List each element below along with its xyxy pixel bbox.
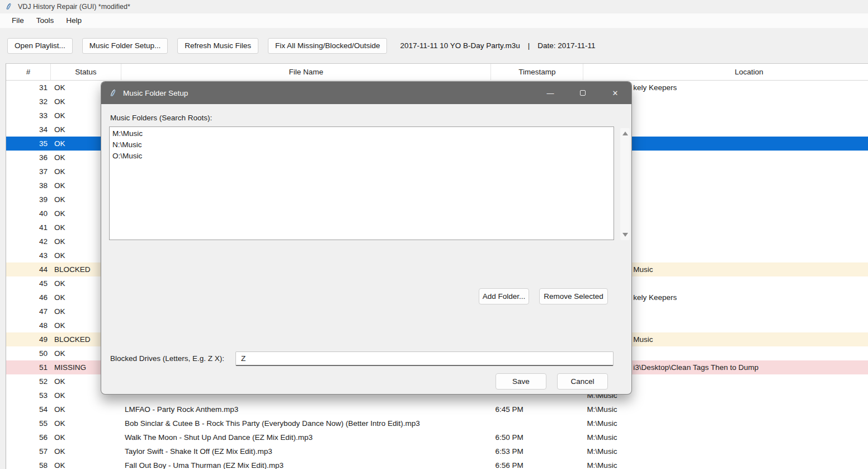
row-number: 41	[6, 221, 51, 234]
table-row[interactable]: 57OKTaylor Swift - Shake It Off (EZ Mix …	[6, 444, 868, 458]
row-status: OK	[51, 458, 121, 469]
row-number: 48	[6, 318, 51, 332]
menu-item-help[interactable]: Help	[60, 13, 88, 28]
remove-selected-button[interactable]: Remove Selected	[539, 288, 608, 304]
save-button[interactable]: Save	[496, 373, 546, 390]
scroll-down-icon[interactable]	[622, 233, 628, 237]
table-header: #StatusFile NameTimestampLocation	[6, 64, 868, 81]
row-number: 44	[6, 262, 51, 276]
column-header-2[interactable]: File Name	[121, 64, 492, 80]
minimize-icon: —	[547, 89, 554, 97]
column-header-0[interactable]: #	[6, 64, 51, 80]
row-status: OK	[51, 444, 121, 458]
python-icon	[109, 89, 117, 97]
listbox-scrollbar[interactable]	[620, 128, 630, 240]
row-status: OK	[51, 402, 121, 416]
row-status: OK	[51, 416, 121, 430]
toolbar: Open Playlist...Music Folder Setup...Ref…	[0, 28, 868, 63]
blocked-drives-input[interactable]	[235, 351, 614, 366]
column-header-1[interactable]: Status	[51, 64, 121, 80]
add-folder-button[interactable]: Add Folder...	[479, 288, 529, 304]
row-number: 58	[6, 458, 51, 469]
row-number: 46	[6, 290, 51, 304]
row-number: 43	[6, 248, 51, 262]
close-button[interactable]: ✕	[599, 82, 631, 104]
fix-all-button[interactable]: Fix All Missing/Blocked/Outside	[268, 38, 388, 54]
row-number: 51	[6, 360, 51, 374]
blocked-drives-label: Blocked Drives (Letters, E.g. Z X):	[110, 354, 224, 363]
row-file-name: Fall Out Boy - Uma Thurman (EZ Mix Edit)…	[121, 458, 492, 469]
row-number: 38	[6, 179, 51, 193]
playlist-name: 2017-11-11 10 YO B-Day Party.m3u	[400, 41, 520, 50]
row-file-name: Bob Sinclar & Cutee B - Rock This Party …	[121, 416, 492, 430]
minimize-button[interactable]: —	[534, 82, 567, 104]
row-number: 31	[6, 81, 51, 95]
refresh-music-files-button[interactable]: Refresh Music Files	[177, 38, 258, 54]
table-row[interactable]: 54OKLMFAO - Party Rock Anthem.mp36:45 PM…	[6, 402, 868, 416]
row-timestamp: 6:50 PM	[491, 430, 583, 444]
menu-item-file[interactable]: File	[6, 13, 30, 28]
dialog-title: Music Folder Setup	[123, 89, 188, 97]
row-timestamp: 6:56 PM	[491, 458, 583, 469]
table-row[interactable]: 56OKWalk The Moon - Shut Up And Dance (E…	[6, 430, 868, 444]
row-location: M:\Music	[583, 430, 868, 444]
row-number: 39	[6, 193, 51, 207]
toolbar-separator: |	[528, 41, 530, 50]
app-window: VDJ History Repair (GUI) *modified* File…	[0, 0, 868, 469]
music-folder-item[interactable]: N:\Music	[112, 139, 611, 151]
music-folder-item[interactable]: M:\Music	[112, 128, 611, 139]
row-number: 55	[6, 416, 51, 430]
music-folder-setup-dialog: Music Folder Setup — ✕ Music Folders (Se…	[101, 81, 632, 395]
row-status: OK	[51, 430, 121, 444]
row-location: M:\Music	[583, 458, 868, 469]
cancel-button[interactable]: Cancel	[557, 373, 608, 390]
table-row[interactable]: 58OKFall Out Boy - Uma Thurman (EZ Mix E…	[6, 458, 868, 469]
window-titlebar: VDJ History Repair (GUI) *modified*	[0, 0, 868, 13]
row-number: 40	[6, 207, 51, 221]
row-number: 33	[6, 109, 51, 123]
row-number: 56	[6, 430, 51, 444]
row-number: 47	[6, 304, 51, 318]
music-folder-item[interactable]: O:\Music	[112, 151, 611, 162]
row-number: 42	[6, 234, 51, 248]
row-timestamp	[491, 416, 583, 430]
column-header-4[interactable]: Location	[583, 64, 868, 80]
python-icon	[5, 3, 13, 11]
row-location: M:\Music	[583, 416, 868, 430]
open-playlist-button[interactable]: Open Playlist...	[7, 38, 73, 54]
music-folder-setup-button[interactable]: Music Folder Setup...	[82, 38, 168, 54]
row-timestamp: 6:53 PM	[491, 444, 583, 458]
music-folders-listbox[interactable]: M:\MusicN:\MusicO:\Music	[109, 126, 614, 240]
row-file-name: Walk The Moon - Shut Up And Dance (EZ Mi…	[121, 430, 492, 444]
maximize-button[interactable]	[567, 82, 599, 104]
maximize-icon	[580, 90, 586, 96]
window-title: VDJ History Repair (GUI) *modified*	[18, 3, 130, 11]
music-folders-label: Music Folders (Search Roots):	[110, 114, 212, 122]
menu-bar: FileToolsHelp	[0, 13, 868, 28]
row-number: 54	[6, 402, 51, 416]
row-file-name: Taylor Swift - Shake It Off (EZ Mix Edit…	[121, 444, 492, 458]
row-number: 32	[6, 95, 51, 109]
menu-item-tools[interactable]: Tools	[30, 13, 60, 28]
dialog-titlebar[interactable]: Music Folder Setup — ✕	[101, 82, 631, 104]
scroll-up-icon[interactable]	[622, 132, 628, 135]
row-number: 35	[6, 137, 51, 151]
row-number: 45	[6, 276, 51, 290]
row-timestamp: 6:45 PM	[491, 402, 583, 416]
row-file-name: LMFAO - Party Rock Anthem.mp3	[121, 402, 492, 416]
close-icon: ✕	[612, 89, 619, 97]
row-number: 52	[6, 374, 51, 388]
row-number: 49	[6, 332, 51, 346]
row-location: M:\Music	[583, 402, 868, 416]
table-row[interactable]: 55OKBob Sinclar & Cutee B - Rock This Pa…	[6, 416, 868, 430]
row-number: 53	[6, 388, 51, 402]
row-location: M:\Music	[583, 444, 868, 458]
playlist-date: Date: 2017-11-11	[537, 41, 595, 50]
column-header-3[interactable]: Timestamp	[491, 64, 583, 80]
row-number: 37	[6, 165, 51, 179]
row-number: 57	[6, 444, 51, 458]
row-number: 36	[6, 151, 51, 165]
row-number: 34	[6, 123, 51, 137]
row-number: 50	[6, 346, 51, 360]
